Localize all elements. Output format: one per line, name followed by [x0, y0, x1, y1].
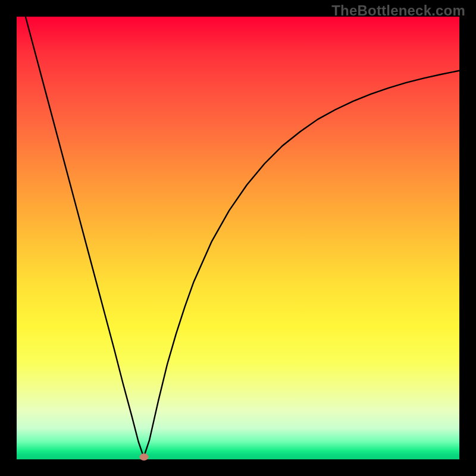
plot-area [17, 17, 459, 459]
chart-frame: TheBottleneck.com [0, 0, 476, 476]
watermark-text: TheBottleneck.com [331, 2, 465, 19]
bottleneck-curve [17, 17, 459, 459]
optimal-point-marker [139, 453, 148, 461]
